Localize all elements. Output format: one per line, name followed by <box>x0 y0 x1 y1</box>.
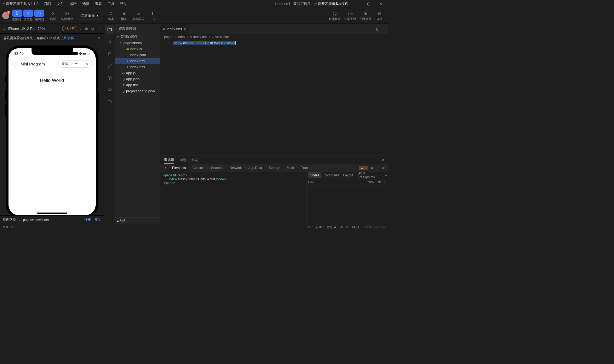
computed-tab[interactable]: Computed <box>322 172 341 178</box>
tip-close-button[interactable]: ✕ <box>98 36 101 40</box>
indent-setting[interactable]: 空格: 4 <box>326 225 336 229</box>
data-tab[interactable] <box>105 98 114 106</box>
breadcrumb[interactable]: pages› index› ≡index.ttml› ⬨view.intro <box>160 34 388 40</box>
menu-tools[interactable]: 工具 <box>105 0 117 7</box>
refresh-button[interactable]: ⟳ <box>48 10 58 17</box>
dt-tab-network[interactable]: Network <box>226 164 245 171</box>
project-manage-button[interactable]: ▣ <box>360 10 370 17</box>
compile-button[interactable]: ⬡ <box>106 10 116 17</box>
chevron-down-icon[interactable]: ⌄ <box>18 218 21 222</box>
screenshot-icon[interactable]: ⧉ <box>91 26 94 31</box>
menu-view[interactable]: 查看 <box>92 0 105 7</box>
upload-button[interactable]: ↥ <box>147 10 157 17</box>
switch-lite-link[interactable]: 立即切换 <box>61 36 74 41</box>
styles-filter-input[interactable] <box>308 180 367 184</box>
menu-edit[interactable]: 编辑 <box>67 0 79 7</box>
feedback-button[interactable]: 反馈 <box>58 61 72 67</box>
device-select[interactable]: iPhone 12/12 Pro <box>8 27 35 31</box>
editor-button[interactable] <box>34 10 44 17</box>
remote-debug-button[interactable]: ▭ <box>133 10 143 17</box>
dt-tab-appdata[interactable]: App Data <box>245 164 265 171</box>
inspect-icon[interactable]: ⌖ <box>163 166 169 170</box>
user-avatar[interactable]: 1 <box>2 12 9 19</box>
music-icon[interactable]: ♪ <box>79 26 83 31</box>
file-index-js[interactable]: JSindex.js <box>115 46 160 52</box>
maximize-button[interactable]: ▢ <box>363 0 374 7</box>
encoding[interactable]: UTF-8 <box>340 225 348 229</box>
code-editor[interactable]: 1 <view class="intro">Hello World</view> <box>160 40 388 156</box>
file-index-ttml[interactable]: ≡index.ttml <box>115 58 160 64</box>
dt-tab-trace[interactable]: Trace <box>298 164 313 171</box>
eol[interactable]: CRLF <box>352 225 360 229</box>
new-style-button[interactable]: + <box>383 180 387 184</box>
file-app-ttss[interactable]: #app.ttss <box>115 82 160 88</box>
outline-section[interactable]: ▸ 大纲 <box>115 217 160 224</box>
dock-icon[interactable]: ⧉ <box>382 166 385 170</box>
tab-terminal[interactable]: 终端 <box>192 157 198 164</box>
file-app-js[interactable]: JSapp.js <box>115 70 160 76</box>
more-icon[interactable]: » <box>385 173 387 177</box>
grid-icon[interactable]: ⊞ <box>84 26 89 31</box>
support-button[interactable]: 🎧 <box>330 10 340 17</box>
explorer-tab[interactable] <box>105 25 114 34</box>
chevron-down-icon[interactable]: ⌄ <box>3 27 6 31</box>
file-index-ttss[interactable]: #index.ttss <box>115 64 160 70</box>
file-app-json[interactable]: {}app.json <box>115 76 160 82</box>
menu-project[interactable]: 项目 <box>42 0 54 7</box>
menu-select[interactable]: 选择 <box>79 0 92 7</box>
tab-problems[interactable]: 问题 <box>180 157 186 164</box>
dt-tab-storage[interactable]: Storage <box>265 164 283 171</box>
search-tab[interactable] <box>105 38 114 46</box>
close-mp-button[interactable]: ✕ <box>82 61 92 67</box>
layout-tab[interactable]: Layout <box>341 172 355 178</box>
debugger-button[interactable] <box>23 10 33 17</box>
more-button[interactable]: ••• <box>72 61 82 67</box>
editor-tab-index-ttml[interactable]: ≡ index.ttml ✕ <box>160 24 189 34</box>
package-tab[interactable] <box>105 74 114 82</box>
gear-icon[interactable]: ⚙ <box>370 166 373 170</box>
mp-capsule[interactable]: 反馈 ••• ✕ <box>58 60 92 68</box>
clear-cache-button[interactable]: ⊟▾ <box>62 10 72 17</box>
components-tab[interactable] <box>105 62 114 70</box>
simulator-button[interactable] <box>12 10 22 17</box>
dt-tab-mock[interactable]: Mock <box>283 164 298 171</box>
dt-tab-elements[interactable]: Elements <box>169 164 189 171</box>
dt-tab-sources[interactable]: Sources <box>208 164 226 171</box>
minimize-button[interactable]: — <box>351 0 362 7</box>
file-index-json[interactable]: {}index.json <box>115 52 160 58</box>
close-button[interactable]: ✕ <box>375 0 386 7</box>
elements-tree[interactable]: <page id="app"> <view class="intro">Hell… <box>160 172 306 224</box>
error-count[interactable]: ⊘ 0 <box>3 225 8 229</box>
menu-help[interactable]: 帮助 <box>117 0 130 7</box>
scm-tab[interactable] <box>105 50 114 58</box>
dom-breakpoints-tab[interactable]: DOM Breakpoints <box>355 172 385 179</box>
file-project-config[interactable]: {}project.config.json <box>115 88 160 94</box>
open-path-button[interactable]: 打开 <box>84 217 91 222</box>
split-editor-icon[interactable]: ◫ <box>376 27 379 31</box>
trial-badge[interactable]: ·试运营 <box>62 26 77 31</box>
dt-tab-console[interactable]: Console <box>189 164 208 171</box>
share-project-button[interactable]: ∘⊸ <box>345 10 355 17</box>
page-path-input[interactable] <box>23 218 80 222</box>
copy-path-button[interactable]: 复制 <box>95 217 101 222</box>
menu-file[interactable]: 文件 <box>54 0 67 7</box>
more-icon[interactable]: ⋯ <box>382 27 386 31</box>
warning-count[interactable]: ⚠ 0 <box>11 225 16 229</box>
compile-mode-select[interactable]: 普通编译▾ <box>78 12 101 19</box>
preview-button[interactable]: ◉ <box>119 10 129 17</box>
hov-toggle[interactable]: :hov <box>367 180 376 184</box>
cls-toggle[interactable]: .cls <box>376 180 383 184</box>
forward-icon[interactable]: → <box>96 26 101 31</box>
warning-badge[interactable]: ▲ 1 <box>359 166 368 170</box>
panel-up-icon[interactable]: ⌃ <box>376 158 379 162</box>
styles-tab[interactable]: Styles <box>308 172 322 178</box>
tab-close-button[interactable]: ✕ <box>184 27 187 31</box>
panel-close-icon[interactable]: ✕ <box>382 158 385 162</box>
cursor-position[interactable]: 行 1, 列 39 <box>308 225 323 229</box>
more-icon[interactable]: ⋯ <box>154 27 157 31</box>
tree-folder[interactable]: ▾pages\index <box>115 40 160 46</box>
zoom-level[interactable]: 79% <box>38 27 45 31</box>
cloud-tab[interactable] <box>105 86 114 94</box>
more-icon[interactable]: ⋮ <box>376 166 379 170</box>
details-button[interactable]: ▤ <box>375 10 385 17</box>
